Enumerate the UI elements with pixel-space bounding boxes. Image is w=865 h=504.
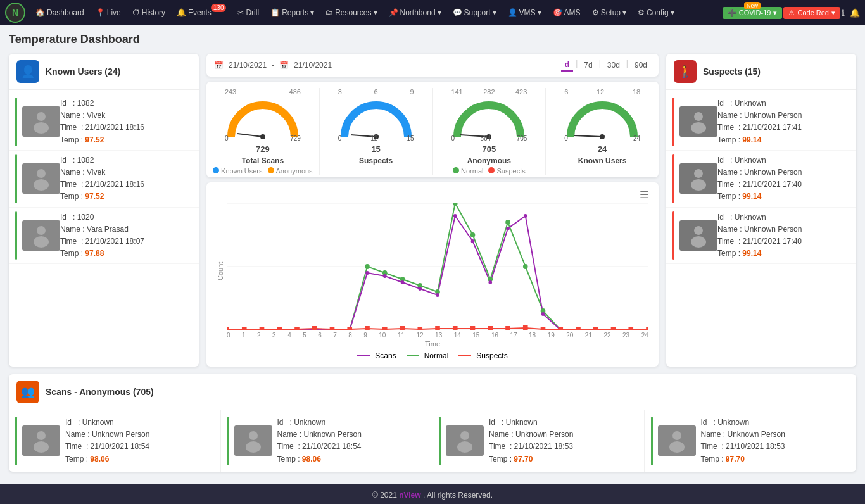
suspect-info: Id : Unknown Name : Unknown Person Time … [717,98,802,146]
bell-icon[interactable]: 🔔 [850,8,860,18]
x-tick: 21 [585,332,592,339]
x-tick: 17 [510,332,517,339]
anon-thumbnail [446,425,484,456]
svg-point-3 [34,179,49,191]
svg-rect-37 [330,327,335,330]
nav-config[interactable]: ⚙ Config ▾ [633,6,679,20]
suspect-item: Id : Unknown Name : Unknown Person Time … [666,151,856,208]
svg-point-73 [37,431,46,440]
date-separator: - [272,61,274,70]
suspects-header: 🚶 Suspects (15) [666,54,856,90]
svg-rect-32 [242,327,247,330]
svg-point-61 [453,214,457,218]
nav-northbond[interactable]: 📌 Northbond ▾ [384,6,446,20]
gauge-suspects: 369 01215 15 Suspects [319,88,432,175]
svg-point-64 [506,227,510,230]
svg-point-79 [672,431,681,440]
scan-info: Id : 1020 Name : Vara Prasad Time : 21/1… [60,211,144,260]
nav-dashboard[interactable]: 🏠 Dashboard [30,6,89,20]
nav-history[interactable]: ⏱ History [127,6,170,20]
suspects-card: 🚶 Suspects (15) Id : Unknown Name : Unkn… [666,54,856,367]
period-90d[interactable]: 90d [631,59,651,72]
x-tick: 15 [472,332,479,339]
x-tick: 9 [363,332,367,339]
anon-thumbnail [22,425,60,456]
svg-rect-53 [611,327,616,330]
svg-rect-31 [227,327,229,330]
svg-point-57 [383,274,387,278]
svg-point-70 [691,179,706,191]
anon-item: Id : Unknown Name : Unknown Person Time … [645,410,857,472]
svg-rect-51 [576,327,581,330]
nav-reports[interactable]: 📋 Reports ▾ [265,6,319,20]
nav-ams[interactable]: 🎯 AMS [548,6,586,20]
gauges-row: 243 486 0 729 [206,82,659,177]
svg-point-67 [694,112,703,121]
chart-legend: Scans Normal Suspects [217,351,648,360]
anon-bar [15,417,17,465]
gauge-anon-title: Anonymous [467,156,511,165]
svg-rect-38 [347,327,352,330]
date-to: 21/10/2021 [294,61,332,70]
svg-point-80 [669,441,685,453]
x-tick: 14 [454,332,461,339]
nav-codered-button[interactable]: ⚠ Code Red ▾ [783,7,840,19]
nav-live[interactable]: 📍 Live [91,6,126,20]
svg-rect-55 [646,327,648,330]
svg-point-68 [691,122,706,134]
period-d[interactable]: d [561,59,573,72]
nav-events[interactable]: 🔔 Events 130 [172,6,231,20]
suspect-item: Id : Unknown Name : Unknown Person Time … [666,208,856,265]
nav-logo[interactable]: N [5,3,25,23]
suspects-icon: 🚶 [674,60,697,83]
svg-point-66 [541,312,545,316]
x-tick: 19 [548,332,555,339]
nav-resources[interactable]: 🗂 Resources ▾ [320,6,382,20]
nav-support[interactable]: 💬 Support ▾ [448,6,502,20]
x-tick: 13 [435,332,442,339]
nav-covid-button[interactable]: New ➕ COVID-19 ▾ [723,7,783,19]
x-axis-labels: 0123456789101112131415161718192021222324 [227,332,648,339]
chart-header: ☰ [217,189,648,201]
x-tick: 4 [287,332,291,339]
svg-point-74 [34,441,49,453]
gauge-ts-value: 729 [256,144,270,154]
gauge-ts-max: 729 [290,135,301,142]
svg-point-2 [37,169,46,178]
svg-rect-45 [470,326,476,330]
x-tick: 7 [333,332,337,339]
x-tick: 24 [641,332,648,339]
suspect-info: Id : Unknown Name : Unknown Person Time … [717,211,802,260]
svg-point-56 [365,271,369,275]
legend-suspects: Suspects [458,351,507,360]
nav-drill[interactable]: ✂ Drill [232,6,264,20]
info-icon[interactable]: ℹ [842,8,845,18]
period-30d[interactable]: 30d [603,59,624,72]
period-7d[interactable]: 7d [580,59,596,72]
svg-rect-42 [417,327,422,330]
chart-body: Count 200 100 0 [217,203,648,339]
scan-info: Id : 1082 Name : Vivek Time : 21/10/2021… [60,154,144,203]
svg-rect-48 [523,325,528,330]
anonymous-panel: 👥 Scans - Anonymous (705) Id : Unknown N… [9,374,856,472]
gauge-ku-title: Known Users [578,156,627,165]
svg-rect-46 [488,326,493,330]
footer-text: © 2021 [372,491,399,500]
calendar-icon: 📅 [214,61,224,70]
svg-point-29 [523,264,528,269]
svg-point-76 [246,441,261,453]
svg-point-72 [691,236,706,248]
scan-thumbnail [22,220,60,251]
svg-point-78 [457,441,472,453]
chart-y-label: Count [217,203,224,339]
period-buttons: d | 7d | 30d | 90d [561,59,651,72]
svg-point-62 [471,239,475,243]
anonymous-icon: 👥 [16,381,39,403]
nav-vms[interactable]: 👤 VMS ▾ [503,6,546,20]
legend-normal: Normal [407,351,449,360]
scan-info: Id : 1082 Name : Vivek Time : 21/10/2021… [60,98,144,146]
page-title: Temperature Dashboard [9,33,856,46]
chart-menu-icon[interactable]: ☰ [640,189,648,201]
svg-point-75 [249,431,258,440]
nav-setup[interactable]: ⚙ Setup ▾ [587,6,631,20]
